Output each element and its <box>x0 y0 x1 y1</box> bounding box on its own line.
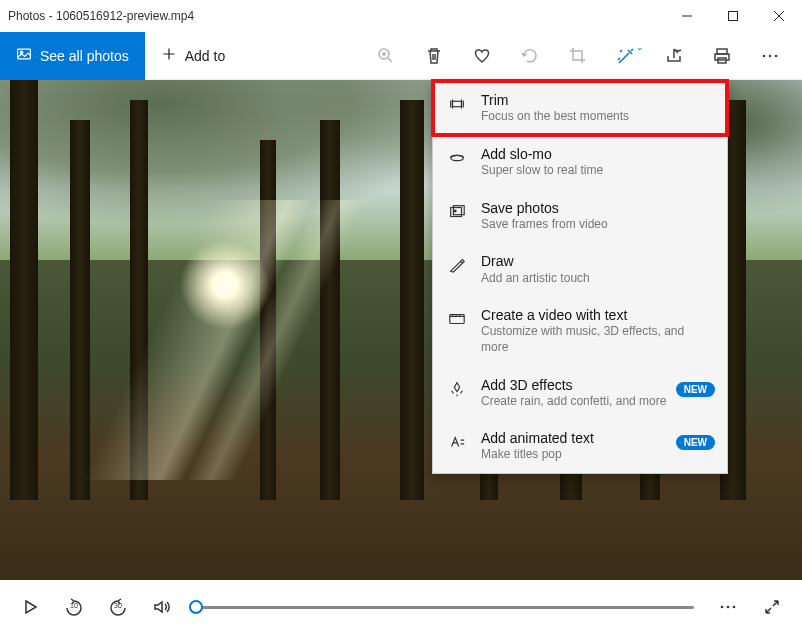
svg-rect-10 <box>453 101 462 106</box>
delete-button[interactable] <box>410 32 458 80</box>
minimize-button[interactable] <box>664 0 710 32</box>
svg-rect-5 <box>715 54 729 60</box>
menu-item-title: Trim <box>481 91 713 109</box>
titlebar: Photos - 1060516912-preview.mp4 <box>0 0 802 32</box>
play-button[interactable] <box>12 589 48 625</box>
svg-rect-0 <box>729 12 738 21</box>
window-controls <box>664 0 802 32</box>
fullscreen-button[interactable] <box>754 589 790 625</box>
svg-point-2 <box>20 51 22 53</box>
save-photos-icon <box>447 202 467 222</box>
favorite-button[interactable] <box>458 32 506 80</box>
menu-item-3d-effects[interactable]: Add 3D effectsCreate rain, add confetti,… <box>433 366 727 420</box>
close-button[interactable] <box>756 0 802 32</box>
svg-point-17 <box>727 606 730 609</box>
window-title: Photos - 1060516912-preview.mp4 <box>8 9 664 23</box>
draw-icon <box>447 255 467 275</box>
svg-point-18 <box>733 606 736 609</box>
see-all-label: See all photos <box>40 48 129 64</box>
menu-item-trim[interactable]: TrimFocus on the best moments <box>433 81 727 135</box>
menu-item-title: Add slo-mo <box>481 145 713 163</box>
menu-item-title: Draw <box>481 252 713 270</box>
menu-item-title: Save photos <box>481 199 713 217</box>
toolbar-icons: ⌄ <box>362 32 802 80</box>
animated-text-icon <box>447 432 467 452</box>
maximize-button[interactable] <box>710 0 756 32</box>
menu-item-sub: Super slow to real time <box>481 163 713 179</box>
zoom-button[interactable] <box>362 32 410 80</box>
menu-item-title: Create a video with text <box>481 306 713 324</box>
skip-back-label: 10 <box>56 602 92 609</box>
more-playback-button[interactable] <box>710 589 746 625</box>
svg-point-8 <box>769 54 772 57</box>
chevron-down-icon: ⌄ <box>636 42 644 52</box>
print-button[interactable] <box>698 32 746 80</box>
slomo-icon <box>447 148 467 168</box>
new-badge: NEW <box>676 382 715 397</box>
photos-icon <box>16 46 32 65</box>
effects-icon <box>447 379 467 399</box>
menu-item-sub: Customize with music, 3D effects, and mo… <box>481 324 713 355</box>
menu-item-save-photos[interactable]: Save photosSave frames from video <box>433 189 727 243</box>
menu-item-draw[interactable]: DrawAdd an artistic touch <box>433 242 727 296</box>
trim-icon <box>447 94 467 114</box>
volume-button[interactable] <box>144 589 180 625</box>
menu-item-sub: Save frames from video <box>481 217 713 233</box>
crop-button[interactable] <box>554 32 602 80</box>
svg-point-7 <box>763 54 766 57</box>
toolbar: See all photos Add to ⌄ <box>0 32 802 80</box>
seek-thumb[interactable] <box>189 600 203 614</box>
add-to-label: Add to <box>185 48 225 64</box>
share-button[interactable] <box>650 32 698 80</box>
svg-point-16 <box>721 606 724 609</box>
menu-item-video-text[interactable]: Create a video with textCustomize with m… <box>433 296 727 365</box>
svg-point-14 <box>454 210 456 212</box>
playback-controls: 10 30 <box>0 580 802 634</box>
menu-item-sub: Add an artistic touch <box>481 271 713 287</box>
skip-fwd-label: 30 <box>100 602 136 609</box>
svg-point-9 <box>775 54 778 57</box>
menu-item-slomo[interactable]: Add slo-moSuper slow to real time <box>433 135 727 189</box>
seek-slider[interactable] <box>188 606 702 609</box>
edit-create-button[interactable]: ⌄ <box>602 32 650 80</box>
new-badge: NEW <box>676 435 715 450</box>
rotate-button[interactable] <box>506 32 554 80</box>
edit-create-menu: TrimFocus on the best moments Add slo-mo… <box>432 80 728 474</box>
menu-item-sub: Focus on the best moments <box>481 109 713 125</box>
skip-back-button[interactable]: 10 <box>56 589 92 625</box>
more-button[interactable] <box>746 32 794 80</box>
plus-icon <box>161 46 177 65</box>
menu-item-sub: Make titles pop <box>481 447 713 463</box>
add-to-button[interactable]: Add to <box>145 32 241 80</box>
see-all-photos-button[interactable]: See all photos <box>0 32 145 80</box>
menu-item-sub: Create rain, add confetti, and more <box>481 394 713 410</box>
video-text-icon <box>447 309 467 329</box>
menu-item-animated-text[interactable]: Add animated textMake titles pop NEW <box>433 419 727 473</box>
skip-forward-button[interactable]: 30 <box>100 589 136 625</box>
